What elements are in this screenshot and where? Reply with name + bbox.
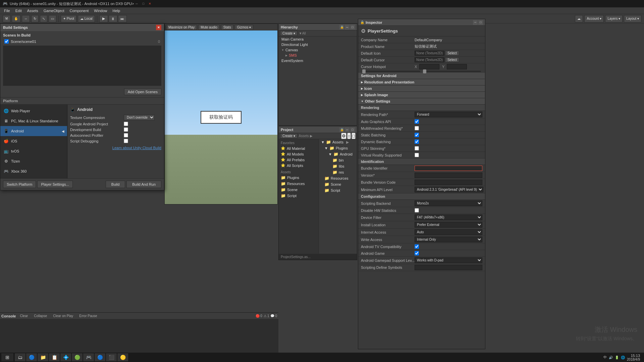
menu-edit[interactable]: Edit bbox=[13, 8, 24, 13]
project-tool1[interactable]: ⚙ bbox=[341, 133, 346, 139]
hierarchy-minimize-button[interactable]: ─ bbox=[345, 25, 350, 29]
project-lock-button[interactable]: 🔒 bbox=[339, 127, 344, 132]
vr-supported-checkbox[interactable] bbox=[415, 153, 419, 157]
console-clear-on-play-btn[interactable]: Clear on Play bbox=[51, 314, 75, 318]
account-button[interactable]: Account ▾ bbox=[584, 15, 604, 22]
tree-res[interactable]: 📁 res bbox=[319, 169, 357, 175]
menu-help[interactable]: Help bbox=[110, 8, 123, 13]
menu-file[interactable]: File bbox=[1, 8, 13, 13]
project-create-button[interactable]: Create ▾ bbox=[280, 133, 298, 138]
cursor-x-input[interactable]: 0 bbox=[419, 64, 439, 69]
taskbar-unity[interactable]: ⬛ bbox=[106, 353, 117, 361]
pivot-button[interactable]: ✦ Pivot bbox=[61, 15, 76, 22]
rect-tool[interactable]: ▭ bbox=[49, 15, 56, 22]
bundle-version-input[interactable]: 1 bbox=[415, 180, 482, 185]
auto-graphics-checkbox[interactable] bbox=[415, 119, 419, 124]
static-batching-checkbox[interactable] bbox=[415, 133, 419, 137]
player-settings-button[interactable]: Player Settings... bbox=[37, 181, 72, 188]
bundle-id-input[interactable]: com.smstest bbox=[415, 166, 482, 171]
platform-standalone[interactable]: 🖥 PC, Mac & Linux Standalone bbox=[0, 116, 67, 126]
rendering-path-select[interactable]: Forward bbox=[415, 112, 482, 117]
menu-assets[interactable]: Assets bbox=[24, 8, 41, 13]
fav-all-models[interactable]: ⭐ All Models bbox=[279, 151, 319, 157]
asset-plugins-left[interactable]: 📁 Plugins bbox=[279, 175, 319, 181]
project-tool2[interactable]: ↕ bbox=[347, 133, 351, 139]
inspector-maximize-btn[interactable]: □ bbox=[478, 20, 483, 25]
taskbar-explorer[interactable]: 🗂 bbox=[15, 353, 25, 361]
hierarchy-main-camera[interactable]: Main Camera bbox=[279, 37, 357, 42]
switch-platform-button[interactable]: Switch Platform bbox=[3, 181, 36, 188]
scripting-define-input[interactable] bbox=[415, 265, 482, 270]
device-filter-select[interactable]: FAT (ARMv7+x86) bbox=[415, 215, 482, 220]
layers-button[interactable]: Layers ▾ bbox=[605, 15, 623, 22]
tree-libs[interactable]: 📁 libs bbox=[319, 163, 357, 169]
console-collapse-btn[interactable]: Collapse bbox=[32, 314, 49, 318]
tree-resources[interactable]: 📁 Resources bbox=[319, 175, 357, 181]
fav-all-scripts[interactable]: ⭐ All Scripts bbox=[279, 163, 319, 168]
mute-audio-btn[interactable]: Mute audio bbox=[198, 25, 219, 30]
cursor-y-slider[interactable] bbox=[423, 71, 481, 72]
taskbar-app4[interactable]: 🟢 bbox=[72, 353, 83, 361]
cursor-y-input[interactable]: 0 bbox=[447, 64, 467, 69]
autoconnect-checkbox[interactable] bbox=[124, 133, 128, 137]
scene-item[interactable]: Scene/scene01 0 bbox=[3, 39, 161, 44]
taskbar-app3[interactable]: 💠 bbox=[60, 353, 71, 361]
taskbar-app2[interactable]: 📋 bbox=[49, 353, 60, 361]
play-button[interactable]: ▶ bbox=[99, 15, 108, 22]
move-tool[interactable]: ↔ bbox=[22, 15, 30, 22]
tree-bin[interactable]: 📁 bin bbox=[319, 157, 357, 163]
development-build-checkbox[interactable] bbox=[124, 127, 128, 132]
transform-tools[interactable]: ⚒ bbox=[3, 15, 10, 22]
maximize-on-play-btn[interactable]: Maximize on Play bbox=[166, 25, 197, 30]
tree-plugins[interactable]: ▼ 📁 Plugins bbox=[319, 145, 357, 151]
menu-gameobject[interactable]: GameObject bbox=[41, 8, 67, 13]
multithreaded-checkbox[interactable] bbox=[415, 126, 419, 130]
rotate-tool[interactable]: ↻ bbox=[31, 15, 39, 22]
hierarchy-canvas[interactable]: ▼ Canvas bbox=[279, 47, 357, 53]
console-clear-btn[interactable]: Clear bbox=[18, 314, 30, 318]
build-and-run-button[interactable]: Build And Run bbox=[126, 181, 161, 188]
taskbar-browser-ie[interactable]: 🔵 bbox=[26, 353, 37, 361]
write-access-select[interactable]: Internal Only bbox=[415, 237, 482, 242]
hierarchy-lock-button[interactable]: 🔒 bbox=[339, 25, 344, 29]
android-tv-checkbox[interactable] bbox=[415, 244, 419, 249]
android-gamepad-select[interactable]: Works with D-pad bbox=[415, 257, 482, 263]
hierarchy-maximize-button[interactable]: □ bbox=[350, 25, 355, 29]
asset-resources-left[interactable]: 📁 Resources bbox=[279, 181, 319, 187]
cloud-button[interactable]: ☁ bbox=[575, 15, 583, 22]
close-button[interactable]: ✕ bbox=[147, 1, 153, 6]
version-input[interactable]: 1.0 bbox=[415, 173, 482, 178]
tree-assets[interactable]: ▼ 📁 Assets ▶ bbox=[319, 139, 357, 145]
scripting-backend-select[interactable]: Mono2x bbox=[415, 200, 482, 206]
tree-android[interactable]: ▼ 📁 Android bbox=[319, 151, 357, 157]
inspector-minimize-btn[interactable]: ─ bbox=[473, 20, 478, 25]
layout-button[interactable]: Layout ▾ bbox=[624, 15, 641, 22]
start-button[interactable]: ⊞ bbox=[1, 353, 13, 361]
hand-tool[interactable]: ✋ bbox=[12, 15, 20, 22]
taskbar-app6[interactable]: 🔵 bbox=[95, 353, 105, 361]
asset-scene-left[interactable]: 📁 Scene bbox=[279, 187, 319, 193]
texture-compression-select[interactable]: Don't override bbox=[124, 115, 155, 120]
hierarchy-sms[interactable]: ▶ SMS bbox=[279, 53, 357, 58]
platform-tizen[interactable]: ⚙ Tizen bbox=[0, 156, 67, 166]
hierarchy-directional-light[interactable]: Directional Light bbox=[279, 42, 357, 47]
add-open-scenes-button[interactable]: Add Open Scenes bbox=[124, 88, 161, 95]
local-button[interactable]: ☁ Local bbox=[78, 15, 95, 22]
default-icon-select[interactable]: Select bbox=[445, 51, 459, 56]
cursor-x-slider[interactable] bbox=[362, 71, 420, 72]
tree-script[interactable]: 📁 Script bbox=[319, 187, 357, 193]
platform-tvos[interactable]: 📺 tvOS bbox=[0, 146, 67, 156]
dynamic-batching-checkbox[interactable] bbox=[415, 139, 419, 144]
menu-component[interactable]: Component bbox=[67, 8, 91, 13]
taskbar-app5[interactable]: 🎮 bbox=[83, 353, 94, 361]
internet-access-select[interactable]: Auto bbox=[415, 229, 482, 235]
gpu-skinning-checkbox[interactable] bbox=[415, 146, 419, 150]
hierarchy-create-button[interactable]: Create ▾ bbox=[280, 31, 298, 36]
google-android-checkbox[interactable] bbox=[124, 122, 128, 126]
platform-xbox360[interactable]: 🎮 Xbox 360 bbox=[0, 166, 67, 176]
disable-hw-stats-checkbox[interactable] bbox=[415, 208, 419, 213]
build-button[interactable]: Build bbox=[106, 181, 125, 188]
taskbar-app1[interactable]: 📁 bbox=[38, 353, 48, 361]
fav-all-prefabs[interactable]: ⭐ All Prefabs bbox=[279, 157, 319, 163]
scene-checkbox[interactable] bbox=[4, 39, 9, 44]
